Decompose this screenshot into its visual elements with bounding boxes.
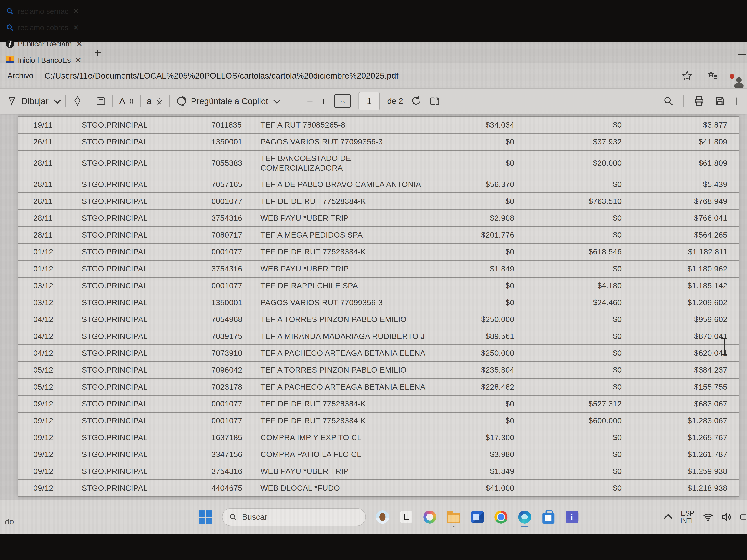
collections-icon[interactable] [707,70,718,81]
cell-balance: $1.218.938 [631,484,727,492]
cell-date: 09/12 [33,433,69,442]
search-placeholder: Buscar [242,512,267,522]
cell-credit: $763.510 [522,197,622,206]
cell-credit: $0 [522,366,622,374]
microsoft-store-icon[interactable] [541,510,556,524]
cell-document-number: 7096042 [211,366,258,374]
transaction-row: 28/11 STGO.PRINCIPAL 7055383 TEF BANCOES… [18,150,739,176]
cell-credit: $4.180 [522,281,622,290]
transaction-row: 04/12 STGO.PRINCIPAL 7039175 TEF A MIRAN… [18,327,739,344]
address-url[interactable]: C:/Users/11e/Documents/LOCAL%205%20POLLO… [45,71,398,80]
language-indicator[interactable]: ESPINTL [680,509,695,525]
file-explorer-icon[interactable] [446,510,461,524]
cell-credit: $600.000 [522,416,622,425]
teams-icon[interactable]: ii [565,510,579,524]
copilot-app-icon[interactable] [423,510,437,524]
tab-close-icon[interactable]: ✕ [72,7,79,16]
page-number-input[interactable] [359,92,380,110]
cell-office: STGO.PRINCIPAL [82,121,189,129]
eraser-button[interactable] [72,96,83,106]
transaction-row: 09/12 STGO.PRINCIPAL 3347156 COMPRA PATI… [18,446,739,462]
app-l-icon[interactable]: L [399,510,413,524]
start-button[interactable] [198,510,212,524]
tab-close-icon[interactable]: ✕ [72,23,79,32]
cell-date: 04/12 [33,332,69,341]
save-button[interactable] [714,96,725,106]
translate-button[interactable]: a [147,96,163,106]
toolbar-separator [89,95,89,107]
window-minimize-fragment[interactable]: — [738,49,746,58]
toolbar-more-icon[interactable] [735,96,738,106]
text-cursor [724,339,725,354]
cell-balance: $1.185.142 [631,281,727,290]
browser-tab[interactable]: reclamo sernac ✕ [0,3,88,20]
windows-logo-icon [199,510,212,524]
cell-date: 28/11 [33,214,69,222]
volume-icon[interactable] [721,513,732,522]
cell-document-number: 7023178 [211,382,258,392]
cell-office: STGO.PRINCIPAL [82,349,189,357]
widgets-weather-icon[interactable] [375,510,389,524]
cell-office: STGO.PRINCIPAL [82,433,189,442]
tab-label: reclamo sernac [18,7,68,16]
cell-debit: $41.000 [403,484,514,492]
cell-office: STGO.PRINCIPAL [82,247,189,256]
tray-expand-icon[interactable] [664,514,672,522]
edge-icon[interactable] [518,510,532,524]
zoom-in-button[interactable]: + [320,95,327,107]
toolbar-separator [140,95,140,107]
browser-tab[interactable]: reclamo cobros ✕ [0,20,88,36]
cell-document-number: 1350001 [211,137,258,146]
cell-balance: $1.265.767 [631,433,727,442]
cell-credit: $0 [522,214,622,222]
cell-office: STGO.PRINCIPAL [82,399,189,408]
cell-office: STGO.PRINCIPAL [82,137,189,146]
wifi-icon[interactable] [703,513,713,522]
translate-icon: a [147,96,152,106]
page-total-label: de 2 [387,97,403,106]
pdf-viewport[interactable]: 19/11 STGO.PRINCIPAL 7011835 TEF A RUT 7… [0,113,747,500]
favorites-star-icon[interactable] [682,70,693,81]
draw-label: Dibujar [22,96,49,106]
cell-debit: $201.776 [403,231,514,239]
page-view-button[interactable] [429,96,440,107]
new-tab-button[interactable]: + [94,46,101,60]
cell-debit: $34.034 [403,121,514,129]
rotate-button[interactable] [411,96,422,107]
tab-close-icon[interactable]: ✕ [75,39,82,48]
battery-icon[interactable] [740,513,746,521]
cell-credit: $20.000 [522,159,622,167]
browser-tab[interactable]: a pestaña ✕ [0,0,88,3]
taskbar-search[interactable]: Buscar [222,508,366,526]
cell-debit: $1.849 [403,467,514,476]
cell-credit: $24.460 [522,298,622,307]
fit-width-button[interactable]: ↔ [334,94,351,108]
cell-office: STGO.PRINCIPAL [82,332,189,341]
read-aloud-button[interactable]: A [119,96,134,106]
transaction-row: 01/12 STGO.PRINCIPAL 0001077 TEF DE DE R… [18,243,739,260]
cell-date: 01/12 [33,247,69,256]
search-document-button[interactable] [663,96,674,106]
browser-tab[interactable]: Publicar Reclam ✕ [0,36,88,52]
cell-credit: $0 [522,382,622,392]
chrome-icon[interactable] [494,510,508,524]
cell-balance: $61.809 [631,159,727,167]
cell-date: 09/12 [33,399,69,408]
cell-balance: $1.261.787 [631,450,727,459]
chevron-down-icon [274,97,281,104]
read-aloud-icon: A [119,96,125,106]
cell-office: STGO.PRINCIPAL [82,467,189,476]
draw-button[interactable]: Dibujar [7,96,59,106]
copilot-button[interactable]: Pregúntale a Copilot [176,96,279,107]
cell-debit: $3.980 [403,450,514,459]
toolbar-separator [169,95,170,107]
zoom-out-button[interactable]: − [307,95,313,107]
outlook-icon[interactable] [470,510,484,524]
print-button[interactable] [694,96,705,107]
cell-date: 09/12 [33,450,69,459]
add-text-button[interactable] [96,96,106,106]
cell-date: 28/11 [33,231,69,239]
cell-debit: $2.908 [403,214,514,222]
address-bar[interactable]: Archivo C:/Users/11e/Documents/LOCAL%205… [0,63,747,88]
cell-document-number: 3754316 [211,214,258,222]
